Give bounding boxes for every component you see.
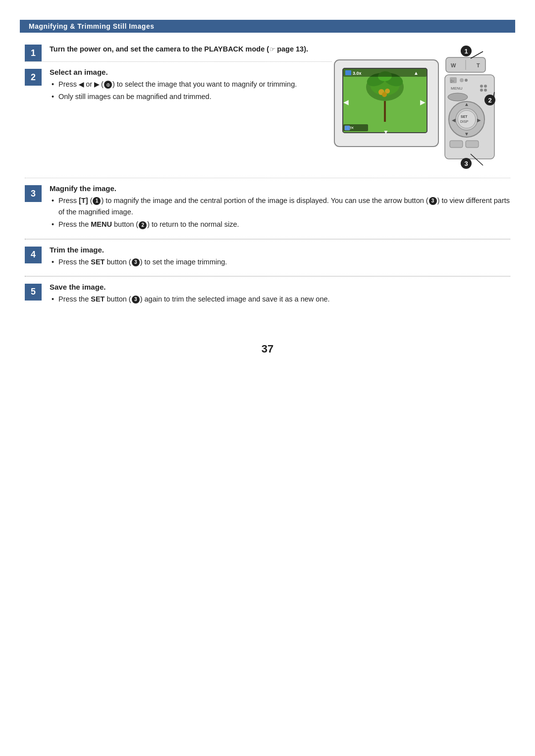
step-4-bullets: Press the SET button (3) to set the imag… — [50, 256, 510, 268]
svg-text:▲: ▲ — [414, 70, 419, 76]
svg-text:DISP: DISP — [460, 120, 469, 123]
arrow-left-icon: ◀ — [79, 81, 84, 88]
step-1-text: Turn the power on, and set the camera to… — [50, 44, 332, 54]
step-2-bullet-1: Press ◀ or ▶ (⦶) to select the image tha… — [50, 79, 332, 90]
svg-rect-14 — [345, 70, 351, 75]
svg-point-31 — [484, 85, 487, 88]
step-4-row: 4 Trim the image. Press the SET button (… — [25, 240, 510, 276]
step-5-number: 5 — [25, 284, 42, 301]
step-3-row: 3 Magnify the image. Press [T] (1) to ma… — [25, 178, 510, 239]
annotation-1: 1 — [461, 46, 472, 56]
camera-svg: 3.0x ▲ ◀ ▶ ▼ SET ✕ W T — [332, 43, 500, 176]
set-button-label-s5: SET — [91, 295, 105, 303]
step-3-bullets: Press [T] (1) to magnify the image and t… — [50, 195, 510, 231]
step-5-content: Save the image. Press the SET button (3)… — [50, 283, 510, 307]
svg-text:T: T — [477, 62, 480, 68]
camera-diagram: 1 2 3 — [332, 43, 500, 178]
svg-point-41 — [458, 110, 476, 128]
svg-point-12 — [382, 92, 387, 97]
svg-text:3.0x: 3.0x — [353, 71, 362, 76]
svg-point-36 — [460, 78, 464, 82]
page-number: 37 — [0, 343, 535, 355]
step-2-row: 2 Select an image. Press ◀ or ▶ (⦶) to s… — [25, 62, 332, 104]
step-1-content: Turn the power on, and set the camera to… — [50, 44, 332, 56]
circle-3-ref-s4b1: 3 — [132, 258, 140, 266]
step-3-bullet-2: Press the MENU button (2) to return to t… — [50, 219, 510, 230]
step-3-content: Magnify the image. Press [T] (1) to magn… — [50, 184, 510, 233]
circle-3-ref-s3b1: 3 — [429, 197, 437, 205]
circle-3-ref-s5b1: 3 — [132, 296, 140, 303]
step-3-number: 3 — [25, 185, 42, 202]
step-3-heading: Magnify the image. — [50, 184, 510, 193]
annotation-3: 3 — [461, 158, 472, 169]
svg-text:◀: ◀ — [452, 117, 456, 123]
step-1-ref-icon: ☞ — [269, 46, 275, 53]
step-4-bullet-1: Press the SET button (3) to set the imag… — [50, 256, 510, 268]
t-button-label: [T] — [79, 197, 88, 204]
svg-point-33 — [484, 89, 487, 92]
step-1-2-block: 1 Turn the power on, and set the camera … — [25, 38, 510, 178]
annotation-2: 2 — [484, 95, 495, 105]
circle-1-ref-s3b1: 1 — [93, 197, 101, 205]
svg-text:▷: ▷ — [451, 79, 454, 83]
steps-left: 1 Turn the power on, and set the camera … — [25, 38, 332, 104]
step-5-bullets: Press the SET button (3) again to trim t… — [50, 294, 510, 305]
section-title: Magnifying & Trimming Still Images — [29, 22, 154, 30]
step-2-content: Select an image. Press ◀ or ▶ (⦶) to sel… — [50, 68, 332, 104]
step-4-content: Trim the image. Press the SET button (3)… — [50, 246, 510, 270]
main-content: 1 Turn the power on, and set the camera … — [25, 33, 510, 313]
svg-text:SET: SET — [461, 115, 468, 118]
svg-rect-48 — [450, 141, 463, 148]
step-5-bullet-1: Press the SET button (3) again to trim t… — [50, 294, 510, 305]
svg-point-37 — [465, 79, 468, 82]
step-2-heading: Select an image. — [50, 68, 332, 76]
svg-point-30 — [480, 85, 483, 88]
step-1-number: 1 — [25, 45, 42, 61]
section-header: Magnifying & Trimming Still Images — [20, 20, 515, 33]
svg-text:▲: ▲ — [464, 101, 469, 107]
circle-2-ref-s3b2: 2 — [139, 221, 147, 229]
step-3-bullet-1: Press [T] (1) to magnify the image and t… — [50, 195, 510, 218]
press-or-text: or — [86, 80, 94, 88]
svg-text:▼: ▼ — [464, 131, 469, 137]
step-2-bullets: Press ◀ or ▶ (⦶) to select the image tha… — [50, 79, 332, 102]
step-4-number: 4 — [25, 247, 42, 263]
circle-3-ref-s2b1: ⦶ — [104, 81, 112, 89]
svg-text:▶: ▶ — [420, 98, 426, 106]
step-1-row: 1 Turn the power on, and set the camera … — [25, 38, 332, 61]
svg-text:✕: ✕ — [351, 126, 354, 130]
step-5-heading: Save the image. — [50, 283, 510, 291]
set-button-label-s4: SET — [91, 258, 105, 266]
svg-text:◀: ◀ — [343, 98, 349, 106]
step-1-page: page 13). — [275, 45, 308, 53]
arrow-right-icon: ▶ — [94, 81, 99, 88]
menu-button-label-s3: MENU — [91, 220, 112, 228]
page-container: Magnifying & Trimming Still Images 1 Tur… — [0, 20, 535, 756]
svg-rect-23 — [345, 126, 350, 130]
step-4-heading: Trim the image. — [50, 246, 510, 254]
step-5-row: 5 Save the image. Press the SET button (… — [25, 277, 510, 313]
step-2-bullet-2: Only still images can be magnified and t… — [50, 91, 332, 102]
step-2-number: 2 — [25, 69, 42, 86]
svg-rect-49 — [466, 141, 479, 148]
svg-text:W: W — [451, 62, 456, 68]
step-1-bold: Turn the power on, and set the camera to… — [50, 45, 269, 53]
svg-point-38 — [448, 93, 468, 101]
svg-text:▼: ▼ — [383, 129, 389, 136]
svg-text:▶: ▶ — [477, 117, 481, 123]
svg-point-32 — [480, 89, 483, 92]
svg-text:MENU: MENU — [451, 86, 463, 91]
